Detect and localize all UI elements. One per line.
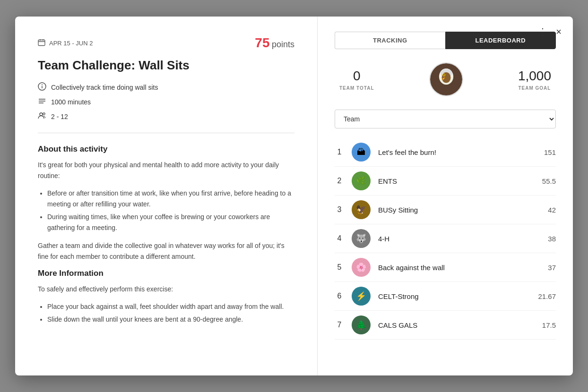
- team-total-label: TEAM TOTAL: [339, 85, 374, 91]
- rank-number: 6: [335, 292, 344, 300]
- rank-number: 3: [335, 205, 344, 214]
- minutes-text: 1000 minutes: [51, 98, 91, 106]
- minutes-row: 1000 minutes: [38, 97, 294, 107]
- more-info-intro: To safely and effectively perform this e…: [38, 284, 294, 295]
- team-avatar: ⚡: [352, 287, 371, 306]
- calendar-icon: [38, 39, 45, 48]
- people-icon: [38, 111, 46, 121]
- leaderboard-item: 3 🦅 BUSy Sitting 42: [335, 196, 556, 224]
- leaderboard-list: 1 🏔 Let's feel the burn! 151 2 🌿 ENTS 55…: [335, 138, 556, 340]
- team-avatar: 🦅: [352, 200, 371, 219]
- svg-point-16: [441, 72, 450, 83]
- challenge-title: Team Challenge: Wall Sits: [38, 58, 294, 73]
- team-avatar: 🌿: [352, 171, 371, 190]
- team-goal-block: 1,000 TEAM GOAL: [518, 68, 551, 91]
- points-suffix: points: [272, 40, 294, 49]
- rank-number: 5: [335, 263, 344, 272]
- team-goal-number: 1,000: [518, 68, 551, 84]
- team-avatar: 🐺: [352, 229, 371, 248]
- team-score: 37: [548, 264, 556, 272]
- team-name: Back against the wall: [378, 264, 540, 272]
- leaderboard-item: 4 🐺 4-H 38: [335, 224, 556, 253]
- rank-number: 4: [335, 234, 344, 243]
- points-display: 75 points: [255, 35, 294, 51]
- close-button[interactable]: ×: [554, 25, 563, 38]
- svg-point-11: [43, 113, 45, 115]
- left-panel: APR 15 - JUN 2 75 points Team Challenge:…: [15, 17, 318, 375]
- team-score: 21.67: [538, 292, 556, 300]
- date-label: APR 15 - JUN 2: [38, 39, 93, 48]
- list-item: Place your back against a wall, feet sho…: [47, 301, 294, 312]
- team-score: 42: [548, 206, 556, 214]
- right-panel: ⋮ × TRACKING LEADERBOARD 0 TEAM TOTAL: [318, 17, 573, 375]
- team-score: 38: [548, 235, 556, 243]
- list-item: Before or after transition time at work,…: [47, 188, 294, 210]
- leaderboard-item: 2 🌿 ENTS 55.5: [335, 167, 556, 196]
- list-item: During waiting times, like when your cof…: [47, 212, 294, 233]
- about-intro: It's great for both your physical and me…: [38, 160, 294, 181]
- team-total-number: 0: [339, 68, 374, 84]
- team-name: 4-H: [378, 235, 540, 243]
- more-options-button[interactable]: ⋮: [536, 25, 549, 38]
- svg-point-10: [40, 113, 43, 116]
- date-range: APR 15 - JUN 2: [49, 40, 93, 47]
- about-outro: Gather a team and divide the collective …: [38, 240, 294, 262]
- team-goal-label: TEAM GOAL: [518, 85, 551, 91]
- tracking-tab[interactable]: TRACKING: [335, 32, 445, 49]
- description-row: Collectively track time doing wall sits: [38, 82, 294, 92]
- points-number: 75: [255, 35, 269, 50]
- top-actions: ⋮ ×: [536, 25, 563, 38]
- team-score: 151: [544, 148, 556, 156]
- rank-number: 7: [335, 321, 344, 329]
- participants-row: 2 - 12: [38, 111, 294, 121]
- date-row: APR 15 - JUN 2 75 points: [38, 35, 294, 51]
- more-info-bullets: Place your back against a wall, feet sho…: [38, 301, 294, 325]
- team-avatar-main: [429, 62, 463, 96]
- more-info-title: More Information: [38, 269, 294, 278]
- team-total-block: 0 TEAM TOTAL: [339, 68, 374, 91]
- filter-row: Team Individual: [335, 110, 556, 128]
- filter-select[interactable]: Team Individual: [335, 110, 556, 128]
- team-score: 17.5: [542, 321, 556, 329]
- info-icon: [38, 82, 46, 92]
- list-item: Slide down the wall until your knees are…: [47, 314, 294, 325]
- tab-row: TRACKING LEADERBOARD: [335, 32, 556, 49]
- leaderboard-item: 5 🌸 Back against the wall 37: [335, 253, 556, 282]
- leaderboard-item: 1 🏔 Let's feel the burn! 151: [335, 138, 556, 167]
- team-name: ENTS: [378, 177, 535, 185]
- about-bullets: Before or after transition time at work,…: [38, 188, 294, 233]
- svg-point-18: [443, 74, 445, 76]
- rank-number: 2: [335, 177, 344, 185]
- team-name: Let's feel the burn!: [378, 148, 536, 156]
- rank-number: 1: [335, 148, 344, 156]
- team-name: CELT-Strong: [378, 292, 530, 300]
- team-avatar: 🌸: [352, 258, 371, 277]
- svg-rect-0: [38, 40, 45, 45]
- leaderboard-item: 6 ⚡ CELT-Strong 21.67: [335, 282, 556, 311]
- list-icon: [38, 97, 46, 107]
- team-score: 55.5: [542, 177, 556, 185]
- svg-point-6: [42, 85, 43, 85]
- team-avatar: 🏔: [352, 143, 371, 162]
- description-text: Collectively track time doing wall sits: [51, 84, 158, 91]
- team-avatar: 🌲: [352, 315, 371, 334]
- participants-text: 2 - 12: [51, 113, 68, 120]
- modal: APR 15 - JUN 2 75 points Team Challenge:…: [15, 17, 573, 375]
- stats-row: 0 TEAM TOTAL: [335, 62, 556, 96]
- divider-1: [38, 133, 294, 133]
- about-title: About this activity: [38, 145, 294, 154]
- leaderboard-item: 7 🌲 CALS GALS 17.5: [335, 311, 556, 340]
- team-name: BUSy Sitting: [378, 206, 540, 214]
- team-name: CALS GALS: [378, 321, 535, 329]
